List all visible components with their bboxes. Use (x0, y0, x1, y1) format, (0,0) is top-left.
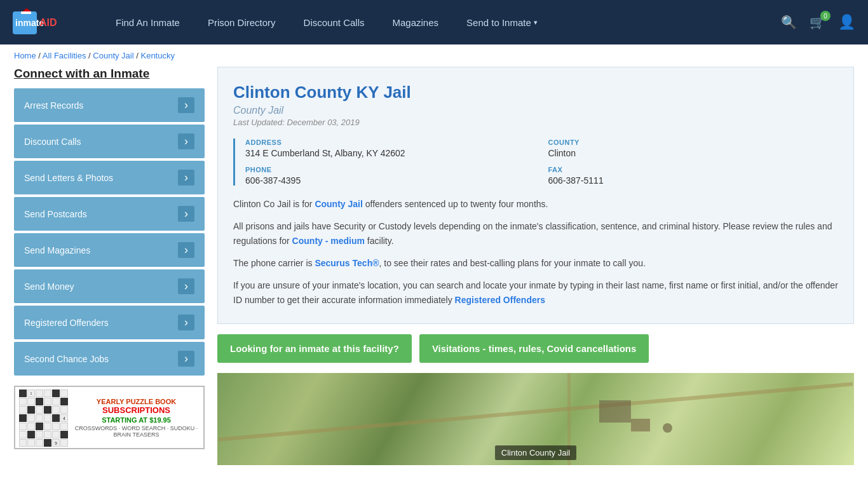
dropdown-arrow-icon: ▾ (534, 18, 538, 27)
facility-type: County Jail (233, 105, 838, 116)
facility-description: Clinton Co Jail is for County Jail offen… (233, 197, 838, 308)
nav-send-to-inmate[interactable]: Send to Inmate ▾ (452, 0, 552, 44)
arrow-icon: › (178, 242, 194, 258)
county-value: Clinton (548, 148, 839, 158)
svg-marker-3 (22, 8, 31, 11)
arrow-icon: › (178, 278, 194, 294)
breadcrumb-county-jail[interactable]: County Jail (93, 51, 133, 60)
arrow-icon: › (178, 170, 194, 186)
sidebar-title: Connect with an Inmate (14, 67, 205, 81)
svg-rect-4 (21, 11, 31, 14)
breadcrumb: Home / All Facilities / County Jail / Ke… (0, 44, 868, 67)
sidebar-item-send-money[interactable]: Send Money › (14, 269, 205, 303)
fax-label: FAX (548, 166, 839, 173)
nav-prison-directory[interactable]: Prison Directory (194, 0, 290, 44)
user-icon[interactable]: 👤 (838, 14, 855, 30)
main-nav: Find An Inmate Prison Directory Discount… (102, 0, 775, 44)
sidebar: Connect with an Inmate Arrest Records › … (14, 67, 205, 465)
facility-updated: Last Updated: December 03, 2019 (233, 118, 838, 127)
action-buttons: Looking for an inmate at this facility? … (217, 334, 854, 363)
sidebar-item-arrest-records[interactable]: Arrest Records › (14, 88, 205, 122)
address-value: 314 E Cumberland St, Albany, KY 42602 (245, 148, 536, 158)
content-area: Clinton County KY Jail County Jail Last … (217, 67, 854, 465)
header-icons: 🔍 🛒 0 👤 (781, 14, 855, 30)
sidebar-item-send-magazines[interactable]: Send Magazines › (14, 233, 205, 267)
sidebar-item-send-letters[interactable]: Send Letters & Photos › (14, 161, 205, 194)
search-icon[interactable]: 🔍 (781, 15, 797, 30)
site-header: inmate AID Find An Inmate Prison Directo… (0, 0, 868, 44)
breadcrumb-home[interactable]: Home (14, 51, 36, 60)
logo-icon: inmate AID (13, 8, 83, 37)
arrow-icon: › (178, 351, 194, 367)
cart-icon[interactable]: 🛒 0 (810, 15, 825, 30)
ad-text: YEARLY PUZZLE BOOK SUBSCRIPTIONS STARTIN… (69, 394, 203, 442)
phone-value: 606-387-4395 (245, 175, 536, 186)
sidebar-item-send-postcards[interactable]: Send Postcards › (14, 197, 205, 231)
map-label: Clinton County Jail (495, 445, 576, 460)
arrow-icon: › (178, 97, 194, 113)
breadcrumb-all-facilities[interactable]: All Facilities (43, 51, 86, 60)
breadcrumb-kentucky[interactable]: Kentucky (140, 51, 174, 60)
fax-value: 606-387-5111 (548, 175, 839, 186)
nav-discount-calls[interactable]: Discount Calls (290, 0, 379, 44)
registered-offenders-link[interactable]: Registered Offenders (455, 295, 545, 305)
phone-label: PHONE (245, 166, 536, 173)
sidebar-ad[interactable]: 1 4 9 YEARLY PUZZLE BOOK SUBSCRIPTIONS S… (14, 386, 205, 449)
address-label: ADDRESS (245, 139, 536, 146)
nav-magazines[interactable]: Magazines (378, 0, 452, 44)
facility-info: ADDRESS 314 E Cumberland St, Albany, KY … (233, 139, 838, 186)
arrow-icon: › (178, 206, 194, 222)
securus-link[interactable]: Securus Tech® (315, 258, 379, 268)
county-medium-link[interactable]: County - medium (292, 236, 365, 246)
looking-for-inmate-button[interactable]: Looking for an inmate at this facility? (217, 334, 412, 363)
arrow-icon: › (178, 315, 194, 330)
nav-find-inmate[interactable]: Find An Inmate (102, 0, 194, 44)
facility-name: Clinton County KY Jail (233, 83, 838, 102)
visitations-button[interactable]: Visitations - times, rules, Covid cancel… (419, 334, 649, 363)
sidebar-menu: Arrest Records › Discount Calls › Send L… (14, 88, 205, 376)
arrow-icon: › (178, 133, 194, 149)
svg-text:AID: AID (39, 17, 57, 28)
logo[interactable]: inmate AID (13, 8, 83, 37)
sidebar-item-registered-offenders[interactable]: Registered Offenders › (14, 306, 205, 339)
county-jail-link[interactable]: County Jail (315, 199, 362, 209)
sidebar-item-second-chance-jobs[interactable]: Second Chance Jobs › (14, 342, 205, 376)
facility-card: Clinton County KY Jail County Jail Last … (217, 67, 854, 324)
puzzle-grid: 1 4 9 (15, 386, 69, 449)
county-label: COUNTY (548, 139, 839, 146)
map-container: Clinton County Jail (217, 373, 854, 465)
cart-badge: 0 (820, 11, 831, 21)
sidebar-item-discount-calls[interactable]: Discount Calls › (14, 125, 205, 158)
